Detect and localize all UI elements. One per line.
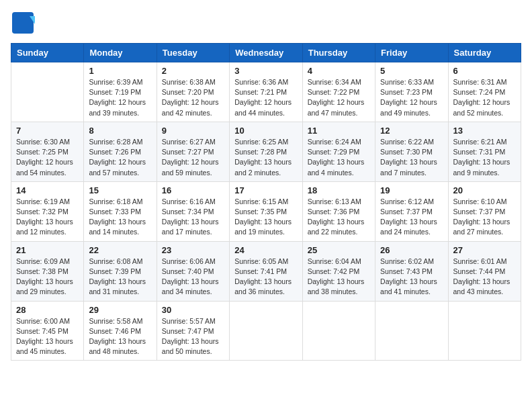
calendar-cell: 4Sunrise: 6:34 AM Sunset: 7:22 PM Daylig… — [302, 62, 375, 122]
day-info: Sunrise: 6:06 AM Sunset: 7:40 PM Dayligh… — [162, 257, 224, 298]
day-info: Sunrise: 6:39 AM Sunset: 7:19 PM Dayligh… — [89, 77, 151, 118]
calendar-week-4: 21Sunrise: 6:09 AM Sunset: 7:38 PM Dayli… — [11, 241, 521, 301]
calendar-cell: 14Sunrise: 6:19 AM Sunset: 7:32 PM Dayli… — [11, 181, 84, 241]
day-number: 25 — [308, 245, 370, 255]
calendar-cell: 30Sunrise: 5:57 AM Sunset: 7:47 PM Dayli… — [157, 301, 229, 361]
calendar-cell: 10Sunrise: 6:25 AM Sunset: 7:28 PM Dayli… — [230, 122, 302, 181]
calendar-cell: 26Sunrise: 6:02 AM Sunset: 7:43 PM Dayli… — [375, 241, 448, 301]
day-info: Sunrise: 6:08 AM Sunset: 7:39 PM Dayligh… — [89, 257, 151, 298]
calendar-cell: 15Sunrise: 6:18 AM Sunset: 7:33 PM Dayli… — [84, 181, 157, 241]
calendar-cell — [11, 62, 84, 122]
calendar-cell: 23Sunrise: 6:06 AM Sunset: 7:40 PM Dayli… — [157, 241, 229, 301]
day-number: 5 — [380, 66, 443, 76]
day-number: 9 — [162, 126, 224, 136]
day-number: 8 — [89, 126, 151, 136]
day-number: 3 — [234, 66, 297, 76]
calendar-cell — [230, 301, 302, 361]
calendar-cell: 27Sunrise: 6:01 AM Sunset: 7:44 PM Dayli… — [448, 241, 521, 301]
day-number: 13 — [453, 126, 516, 136]
calendar-cell — [375, 301, 448, 361]
day-info: Sunrise: 6:13 AM Sunset: 7:36 PM Dayligh… — [308, 197, 370, 238]
day-info: Sunrise: 5:57 AM Sunset: 7:47 PM Dayligh… — [162, 316, 224, 357]
day-header-thursday: Thursday — [302, 44, 375, 62]
day-number: 12 — [380, 126, 443, 136]
day-number: 14 — [16, 185, 79, 195]
calendar-cell: 19Sunrise: 6:12 AM Sunset: 7:37 PM Dayli… — [375, 181, 448, 241]
day-number: 7 — [16, 126, 79, 136]
calendar-cell — [302, 301, 375, 361]
calendar-cell: 8Sunrise: 6:28 AM Sunset: 7:26 PM Daylig… — [84, 122, 157, 181]
calendar-cell: 22Sunrise: 6:08 AM Sunset: 7:39 PM Dayli… — [84, 241, 157, 301]
calendar-cell: 18Sunrise: 6:13 AM Sunset: 7:36 PM Dayli… — [302, 181, 375, 241]
day-info: Sunrise: 6:30 AM Sunset: 7:25 PM Dayligh… — [16, 137, 79, 178]
day-header-wednesday: Wednesday — [230, 44, 302, 62]
day-number: 18 — [308, 185, 370, 195]
calendar-week-2: 7Sunrise: 6:30 AM Sunset: 7:25 PM Daylig… — [11, 122, 521, 181]
calendar-cell: 9Sunrise: 6:27 AM Sunset: 7:27 PM Daylig… — [157, 122, 229, 181]
day-number: 29 — [89, 305, 151, 315]
calendar-week-5: 28Sunrise: 6:00 AM Sunset: 7:45 PM Dayli… — [11, 301, 521, 361]
day-info: Sunrise: 6:31 AM Sunset: 7:24 PM Dayligh… — [453, 77, 516, 118]
calendar-cell: 25Sunrise: 6:04 AM Sunset: 7:42 PM Dayli… — [302, 241, 375, 301]
calendar-cell: 17Sunrise: 6:15 AM Sunset: 7:35 PM Dayli… — [230, 181, 302, 241]
day-info: Sunrise: 6:00 AM Sunset: 7:45 PM Dayligh… — [16, 316, 79, 357]
calendar-cell: 1Sunrise: 6:39 AM Sunset: 7:19 PM Daylig… — [84, 62, 157, 122]
day-info: Sunrise: 6:15 AM Sunset: 7:35 PM Dayligh… — [234, 197, 297, 238]
day-info: Sunrise: 6:36 AM Sunset: 7:21 PM Dayligh… — [234, 77, 297, 118]
day-number: 10 — [234, 126, 297, 136]
day-info: Sunrise: 6:16 AM Sunset: 7:34 PM Dayligh… — [162, 197, 224, 238]
day-info: Sunrise: 6:28 AM Sunset: 7:26 PM Dayligh… — [89, 137, 151, 178]
day-info: Sunrise: 6:24 AM Sunset: 7:29 PM Dayligh… — [308, 137, 370, 178]
day-info: Sunrise: 6:05 AM Sunset: 7:41 PM Dayligh… — [234, 257, 297, 298]
day-info: Sunrise: 6:18 AM Sunset: 7:33 PM Dayligh… — [89, 197, 151, 238]
day-info: Sunrise: 6:09 AM Sunset: 7:38 PM Dayligh… — [16, 257, 79, 298]
calendar-cell: 28Sunrise: 6:00 AM Sunset: 7:45 PM Dayli… — [11, 301, 84, 361]
day-info: Sunrise: 6:21 AM Sunset: 7:31 PM Dayligh… — [453, 137, 516, 178]
day-info: Sunrise: 6:22 AM Sunset: 7:30 PM Dayligh… — [380, 137, 443, 178]
calendar-cell: 21Sunrise: 6:09 AM Sunset: 7:38 PM Dayli… — [11, 241, 84, 301]
calendar-cell: 16Sunrise: 6:16 AM Sunset: 7:34 PM Dayli… — [157, 181, 229, 241]
day-info: Sunrise: 6:01 AM Sunset: 7:44 PM Dayligh… — [453, 257, 516, 298]
calendar-cell: 7Sunrise: 6:30 AM Sunset: 7:25 PM Daylig… — [11, 122, 84, 181]
day-number: 20 — [453, 185, 516, 195]
calendar-cell: 3Sunrise: 6:36 AM Sunset: 7:21 PM Daylig… — [230, 62, 302, 122]
day-info: Sunrise: 6:04 AM Sunset: 7:42 PM Dayligh… — [308, 257, 370, 298]
calendar-cell: 29Sunrise: 5:58 AM Sunset: 7:46 PM Dayli… — [84, 301, 157, 361]
day-number: 2 — [162, 66, 224, 76]
day-number: 27 — [453, 245, 516, 255]
day-number: 24 — [234, 245, 297, 255]
day-info: Sunrise: 6:34 AM Sunset: 7:22 PM Dayligh… — [308, 77, 370, 118]
day-info: Sunrise: 6:27 AM Sunset: 7:27 PM Dayligh… — [162, 137, 224, 178]
calendar-week-3: 14Sunrise: 6:19 AM Sunset: 7:32 PM Dayli… — [11, 181, 521, 241]
day-info: Sunrise: 6:02 AM Sunset: 7:43 PM Dayligh… — [380, 257, 443, 298]
day-number: 23 — [162, 245, 224, 255]
day-number: 15 — [89, 185, 151, 195]
day-header-saturday: Saturday — [448, 44, 521, 62]
day-info: Sunrise: 6:25 AM Sunset: 7:28 PM Dayligh… — [234, 137, 297, 178]
day-number: 28 — [16, 305, 79, 315]
calendar-table: SundayMondayTuesdayWednesdayThursdayFrid… — [11, 43, 521, 361]
day-header-friday: Friday — [375, 44, 448, 62]
day-info: Sunrise: 6:12 AM Sunset: 7:37 PM Dayligh… — [380, 197, 443, 238]
calendar-cell — [448, 301, 521, 361]
day-info: Sunrise: 6:19 AM Sunset: 7:32 PM Dayligh… — [16, 197, 79, 238]
page-header — [11, 11, 521, 35]
calendar-header-row: SundayMondayTuesdayWednesdayThursdayFrid… — [11, 44, 521, 62]
day-number: 11 — [308, 126, 370, 136]
calendar-cell: 2Sunrise: 6:38 AM Sunset: 7:20 PM Daylig… — [157, 62, 229, 122]
day-number: 1 — [89, 66, 151, 76]
day-header-monday: Monday — [84, 44, 157, 62]
calendar-cell: 13Sunrise: 6:21 AM Sunset: 7:31 PM Dayli… — [448, 122, 521, 181]
day-header-sunday: Sunday — [11, 44, 84, 62]
day-header-tuesday: Tuesday — [157, 44, 229, 62]
calendar-cell: 12Sunrise: 6:22 AM Sunset: 7:30 PM Dayli… — [375, 122, 448, 181]
day-number: 22 — [89, 245, 151, 255]
svg-rect-0 — [12, 12, 34, 34]
calendar-cell: 24Sunrise: 6:05 AM Sunset: 7:41 PM Dayli… — [230, 241, 302, 301]
calendar-cell: 5Sunrise: 6:33 AM Sunset: 7:23 PM Daylig… — [375, 62, 448, 122]
day-number: 26 — [380, 245, 443, 255]
day-info: Sunrise: 6:10 AM Sunset: 7:37 PM Dayligh… — [453, 197, 516, 238]
day-number: 17 — [234, 185, 297, 195]
calendar-cell: 6Sunrise: 6:31 AM Sunset: 7:24 PM Daylig… — [448, 62, 521, 122]
day-info: Sunrise: 5:58 AM Sunset: 7:46 PM Dayligh… — [89, 316, 151, 357]
